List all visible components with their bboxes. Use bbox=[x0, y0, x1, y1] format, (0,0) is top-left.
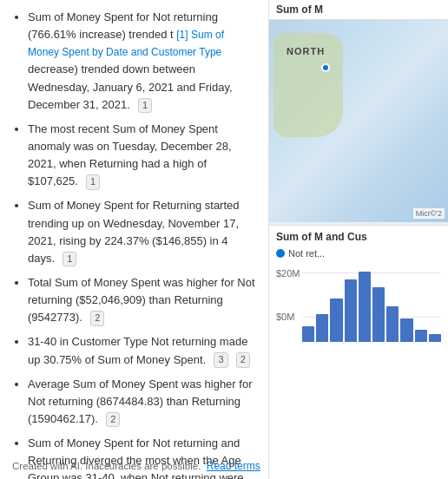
list-item: The most recent Sum of Money Spent anoma… bbox=[28, 121, 256, 191]
map-header: Sum of M bbox=[269, 0, 448, 20]
bullet-text-3: Sum of Money Spent for Returning started… bbox=[28, 199, 240, 264]
badge-6: 2 bbox=[106, 412, 120, 427]
map-background: NORTH Micr©'2 bbox=[269, 20, 448, 222]
y-axis-mid-label: $0M bbox=[276, 312, 294, 322]
badge-3: 1 bbox=[63, 252, 76, 266]
legend-label: Not ret... bbox=[288, 248, 325, 259]
list-item: Total Sum of Money Spent was higher for … bbox=[28, 274, 256, 326]
bar-10 bbox=[429, 334, 441, 342]
badge-5b: 2 bbox=[236, 352, 250, 367]
insights-list: Sum of Money Spent for Not returning (76… bbox=[12, 9, 256, 479]
bar-3 bbox=[330, 299, 342, 342]
map-region-label: NORTH bbox=[287, 46, 325, 56]
read-terms-link[interactable]: Read terms bbox=[207, 460, 260, 472]
map-content: NORTH Micr©'2 bbox=[269, 20, 448, 222]
badge-2: 1 bbox=[86, 174, 100, 189]
list-item: Sum of Money Spent for Not returning and… bbox=[28, 435, 256, 479]
badge-1: 1 bbox=[138, 98, 152, 113]
badge-4: 2 bbox=[90, 311, 104, 325]
map-title: Sum of M bbox=[276, 3, 323, 16]
list-item: 31-40 in Customer Type Not returning mad… bbox=[28, 333, 256, 368]
bar-8 bbox=[400, 318, 412, 342]
map-data-point bbox=[321, 63, 330, 72]
footer-created-text: Created with AI. Inaccuracies are possib… bbox=[12, 461, 201, 471]
list-item: Average Sum of Money Spent was higher fo… bbox=[28, 376, 256, 428]
bar-1 bbox=[302, 326, 314, 342]
main-container: Sum of Money Spent for Not returning (76… bbox=[0, 0, 448, 479]
bar-9 bbox=[415, 330, 427, 342]
chart-bars bbox=[302, 264, 441, 342]
badge-5a: 3 bbox=[214, 352, 227, 367]
bar-6 bbox=[372, 287, 385, 342]
right-panel: Sum of M NORTH Micr©'2 Sum of M and Cus … bbox=[269, 0, 448, 479]
bullet-text-2: The most recent Sum of Money Spent anoma… bbox=[28, 122, 232, 187]
bullet-text-6: Average Sum of Money Spent was higher fo… bbox=[28, 377, 252, 425]
bar-2 bbox=[316, 314, 328, 342]
list-item: Sum of Money Spent for Returning started… bbox=[28, 197, 256, 267]
bar-7 bbox=[386, 306, 399, 342]
list-item: Sum of Money Spent for Not returning (76… bbox=[28, 9, 256, 114]
chart-area: $20M $0M bbox=[276, 264, 441, 359]
footer: Created with AI. Inaccuracies are possib… bbox=[12, 460, 260, 472]
legend-dot-icon bbox=[276, 249, 285, 258]
chart-section: Sum of M and Cus Not ret... $20M $0M bbox=[269, 226, 448, 479]
bing-logo: Micr©'2 bbox=[413, 208, 445, 219]
bullet-text-1b: decrease) trended down between Wednesday… bbox=[28, 62, 233, 110]
chart-legend: Not ret... bbox=[276, 248, 441, 259]
bar-5 bbox=[359, 272, 371, 342]
bar-4 bbox=[345, 279, 357, 342]
bullet-text-4: Total Sum of Money Spent was higher for … bbox=[28, 276, 255, 324]
chart-title: Sum of M and Cus bbox=[276, 231, 441, 245]
y-axis-top-label: $20M bbox=[276, 268, 300, 279]
map-section: Sum of M NORTH Micr©'2 bbox=[269, 0, 448, 226]
bullet-text-7: Sum of Money Spent for Not returning and… bbox=[28, 436, 244, 479]
insights-panel: Sum of Money Spent for Not returning (76… bbox=[0, 0, 269, 479]
